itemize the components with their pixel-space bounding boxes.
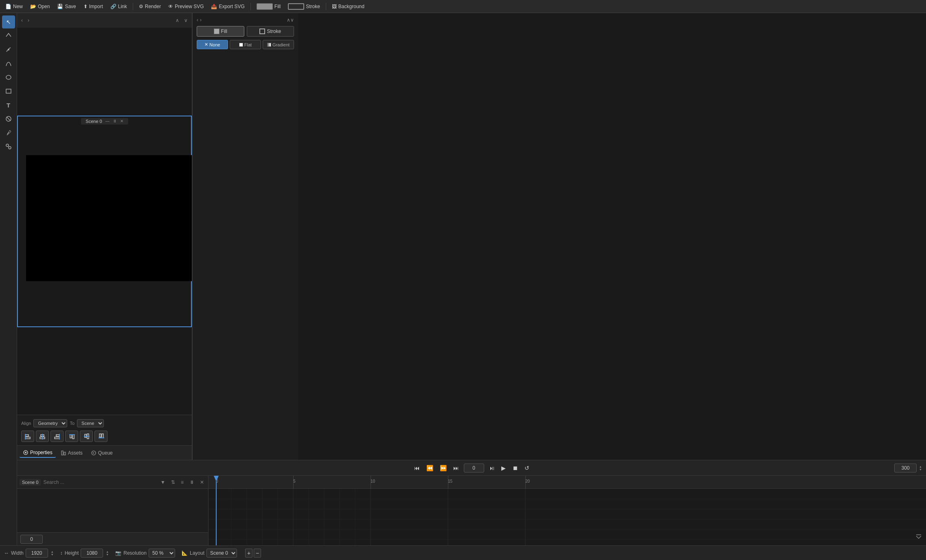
playhead: [216, 476, 217, 545]
skip-start-button[interactable]: ⏮: [413, 464, 421, 472]
export-svg-button[interactable]: 📤 Export SVG: [208, 2, 247, 11]
color-mode-row: ✕ None Flat Gradient: [197, 40, 294, 49]
scene-frame: Scene 0 — ⏸ ✕: [17, 116, 192, 327]
frame-down-button[interactable]: ▼: [919, 468, 922, 471]
align-top-button[interactable]: [65, 431, 78, 442]
ellipse-tool-button[interactable]: [2, 71, 15, 84]
timeline-frame-input[interactable]: 0: [20, 535, 43, 544]
scene-collapse-button[interactable]: ∧: [174, 17, 181, 24]
align-left-button[interactable]: [21, 431, 34, 442]
right-prev-button[interactable]: ‹: [197, 17, 198, 23]
queue-tab[interactable]: Queue: [88, 448, 116, 457]
fill-toggle-button[interactable]: Fill: [197, 26, 244, 37]
layout-select[interactable]: Scene 0: [206, 549, 237, 558]
save-button[interactable]: 💾 Save: [54, 2, 79, 11]
align-bottom-button[interactable]: [94, 431, 108, 442]
scene-close-button[interactable]: ✕: [120, 119, 123, 123]
cut-tool-button[interactable]: [2, 112, 15, 125]
height-up-button[interactable]: ▲: [106, 550, 109, 553]
link-button[interactable]: 🔗 Link: [108, 2, 130, 11]
frame-up-button[interactable]: ▲: [919, 465, 922, 468]
sort-button[interactable]: ⇅: [169, 479, 177, 486]
separator-3: [326, 3, 326, 10]
right-collapse-button[interactable]: ∧: [287, 17, 290, 23]
scene-prev-button[interactable]: ‹: [20, 17, 24, 24]
gradient-mode-button[interactable]: Gradient: [263, 40, 294, 49]
resolution-select[interactable]: 50 % 25 % 75 % 100 %: [149, 549, 175, 558]
timeline-main: Scene 0 ▼ ⇅ ≡ ⏸ ✕ 0: [17, 476, 926, 545]
scene-pause-button[interactable]: ⏸: [113, 119, 117, 123]
current-frame-input[interactable]: 0: [464, 464, 484, 472]
stroke-toolbar-button[interactable]: Stroke: [285, 2, 323, 11]
timeline-search-input[interactable]: [43, 479, 156, 485]
flat-icon: [239, 43, 243, 47]
align-to-select[interactable]: Scene: [77, 419, 104, 427]
new-button[interactable]: 📄 New: [2, 2, 26, 11]
width-up-button[interactable]: ▲: [51, 550, 54, 553]
separator-1: [133, 3, 133, 10]
properties-tab[interactable]: Properties: [20, 448, 56, 458]
right-expand-button[interactable]: ∨: [290, 17, 294, 23]
select-tool-button[interactable]: ↖: [2, 15, 15, 28]
fill-toolbar-button[interactable]: Fill: [254, 2, 283, 11]
svg-rect-23: [99, 434, 101, 437]
timeline-pause-button[interactable]: ⏸: [188, 479, 196, 486]
width-input[interactable]: 1920: [26, 549, 48, 558]
assets-tab[interactable]: Assets: [57, 448, 86, 457]
none-mode-button[interactable]: ✕ None: [197, 40, 228, 49]
preview-svg-icon: 👁: [168, 4, 173, 9]
width-item: ↔ Width 1920 ▲ ▼: [4, 549, 54, 558]
end-frame-input[interactable]: 300: [894, 464, 917, 472]
play-button[interactable]: ▶: [500, 464, 507, 472]
align-right-button[interactable]: [50, 431, 64, 442]
scene-expand-button[interactable]: ∨: [182, 17, 189, 24]
rect-tool-button[interactable]: [2, 85, 15, 98]
timeline-left-panel: Scene 0 ▼ ⇅ ≡ ⏸ ✕ 0: [17, 476, 208, 545]
flat-mode-button[interactable]: Flat: [230, 40, 261, 49]
eyedropper-tool-button[interactable]: [2, 126, 15, 139]
open-button[interactable]: 📂 Open: [27, 2, 53, 11]
text-tool-button[interactable]: T: [2, 98, 15, 112]
width-icon: ↔: [4, 550, 9, 556]
svg-rect-18: [72, 435, 74, 439]
import-button[interactable]: ⬆ Import: [81, 2, 106, 11]
skip-end-button[interactable]: ⏭: [452, 464, 461, 472]
timeline-right: 0 5 10 15 20: [208, 476, 926, 545]
pen-tool-button[interactable]: [2, 43, 15, 56]
timeline-frame-row: 0: [17, 532, 208, 545]
prev-keyframe-button[interactable]: ⏪: [425, 464, 435, 472]
filter-button[interactable]: ▼: [159, 479, 167, 486]
stroke-toggle-button[interactable]: Stroke: [247, 26, 294, 37]
node-tool-button[interactable]: [2, 29, 15, 42]
width-down-button[interactable]: ▼: [51, 553, 54, 556]
scene-tab-bar: Scene 0 — ⏸ ✕: [81, 118, 128, 125]
timeline-close-button[interactable]: ✕: [198, 479, 206, 486]
next-keyframe-button[interactable]: ⏩: [438, 464, 448, 472]
height-down-button[interactable]: ▼: [106, 553, 109, 556]
right-next-button[interactable]: ›: [200, 17, 202, 23]
stop-button[interactable]: ⏹: [511, 464, 520, 472]
loop-button[interactable]: ↺: [523, 464, 531, 472]
scene-minimize-button[interactable]: —: [105, 119, 110, 123]
fill-stroke-toggle: Fill Stroke: [197, 26, 294, 37]
align-center-v-button[interactable]: [80, 431, 93, 442]
layout-add-button[interactable]: +: [245, 549, 252, 558]
bezier-tool-button[interactable]: [2, 57, 15, 70]
scene-next-button[interactable]: ›: [26, 17, 31, 24]
timeline-grid-area: [208, 489, 926, 545]
status-bar: ↔ Width 1920 ▲ ▼ ↕ Height 1080 ▲ ▼ 📷 Res…: [0, 545, 926, 560]
left-panel: ‹ › ∧ ∨ Scene 0 — ⏸ ✕: [17, 13, 192, 460]
timeline-ruler: 0 5 10 15 20: [208, 476, 926, 489]
blend-tool-button[interactable]: [2, 140, 15, 153]
background-button[interactable]: 🖼 Background: [329, 2, 367, 11]
height-input[interactable]: 1080: [81, 549, 103, 558]
layout-remove-button[interactable]: −: [254, 549, 261, 558]
render-button[interactable]: ⚙ Render: [136, 2, 164, 11]
preview-svg-button[interactable]: 👁 Preview SVG: [165, 2, 206, 11]
play-pause-button[interactable]: ⏯: [487, 464, 496, 472]
playback-end-frame: 300 ▲ ▼: [894, 464, 922, 472]
align-geometry-select[interactable]: Geometry: [33, 419, 67, 427]
svg-rect-29: [64, 452, 66, 455]
list-button[interactable]: ≡: [179, 479, 185, 486]
align-center-h-button[interactable]: [36, 431, 49, 442]
